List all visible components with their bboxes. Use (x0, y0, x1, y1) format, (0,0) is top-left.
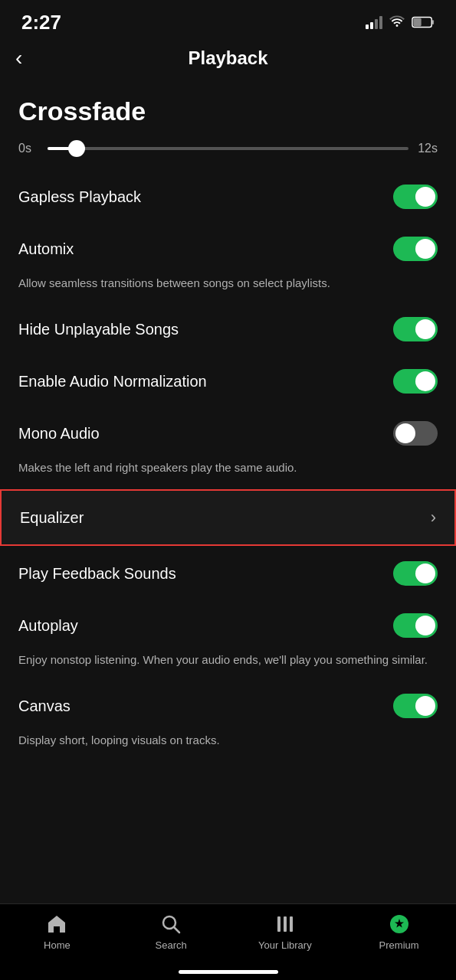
premium-icon (389, 913, 410, 935)
toggle-autoplay[interactable] (393, 613, 438, 638)
crossfade-slider-thumb[interactable] (68, 140, 85, 157)
crossfade-section-title: Crossfade (0, 89, 456, 142)
bottom-nav: Home Search Your Library (0, 903, 456, 980)
setting-label-mono-audio: Mono Audio (18, 425, 100, 443)
header: ‹ Playback (0, 40, 456, 81)
setting-row-canvas: Canvas (0, 680, 456, 732)
setting-row-play-feedback: Play Feedback Sounds (0, 547, 456, 599)
equalizer-label: Equalizer (20, 509, 84, 527)
wifi-icon (389, 14, 405, 31)
toggle-knob-automix (415, 239, 435, 259)
crossfade-min-label: 0s (18, 142, 38, 155)
toggle-canvas[interactable] (393, 694, 438, 718)
setting-label-canvas: Canvas (18, 697, 71, 715)
toggle-knob-hide-unplayable (415, 319, 435, 339)
content-area: Crossfade 0s 12s Gapless Playback Automi… (0, 81, 456, 900)
equalizer-row[interactable]: Equalizer › (0, 489, 456, 546)
automix-desc: Allow seamless transitions between songs… (0, 275, 456, 303)
back-button[interactable]: ‹ (15, 47, 22, 69)
toggle-play-feedback[interactable] (393, 561, 438, 586)
crossfade-slider-row[interactable]: 0s 12s (0, 142, 456, 171)
toggle-automix[interactable] (393, 237, 438, 261)
nav-label-home: Home (44, 939, 71, 951)
toggle-hide-unplayable[interactable] (393, 317, 438, 341)
setting-row-hide-unplayable: Hide Unplayable Songs (0, 303, 456, 355)
chevron-right-icon: › (431, 508, 436, 528)
toggle-knob-autoplay (415, 616, 435, 635)
svg-rect-6 (284, 916, 287, 932)
library-icon (274, 913, 296, 935)
setting-row-automix: Automix (0, 223, 456, 275)
setting-label-gapless: Gapless Playback (18, 188, 141, 206)
toggle-knob-play-feedback (415, 564, 435, 583)
setting-label-play-feedback: Play Feedback Sounds (18, 565, 176, 583)
setting-label-automix: Automix (18, 240, 74, 258)
nav-item-library[interactable]: Your Library (228, 913, 343, 951)
toggle-knob-mono-audio (395, 423, 415, 443)
battery-icon (412, 16, 435, 28)
nav-item-premium[interactable]: Premium (342, 913, 456, 951)
svg-line-4 (174, 927, 179, 933)
toggle-audio-norm[interactable] (393, 369, 438, 394)
toggle-knob-gapless (415, 187, 435, 207)
signal-icon (366, 15, 382, 29)
status-time: 2:27 (21, 11, 61, 34)
page-title: Playback (188, 47, 267, 69)
search-icon (160, 913, 182, 935)
nav-label-premium: Premium (379, 939, 419, 951)
setting-label-audio-norm: Enable Audio Normalization (18, 373, 207, 390)
svg-rect-7 (290, 916, 293, 932)
nav-item-search[interactable]: Search (114, 913, 228, 951)
setting-row-autoplay: Autoplay (0, 599, 456, 652)
nav-label-library: Your Library (258, 939, 312, 951)
status-bar: 2:27 (0, 0, 456, 40)
toggle-knob-canvas (415, 696, 435, 716)
setting-label-autoplay: Autoplay (18, 617, 78, 635)
nav-item-home[interactable]: Home (0, 913, 114, 951)
autoplay-desc: Enjoy nonstop listening. When your audio… (0, 652, 456, 680)
nav-label-search: Search (156, 939, 187, 951)
toggle-gapless[interactable] (393, 185, 438, 209)
crossfade-slider-track[interactable] (48, 147, 408, 150)
setting-row-audio-norm: Enable Audio Normalization (0, 355, 456, 407)
mono-audio-desc: Makes the left and right speakers play t… (0, 459, 456, 488)
setting-row-gapless: Gapless Playback (0, 171, 456, 223)
status-icons (366, 14, 435, 31)
svg-rect-2 (413, 18, 421, 26)
home-indicator (179, 970, 278, 974)
setting-row-mono-audio: Mono Audio (0, 407, 456, 459)
svg-rect-5 (277, 916, 280, 932)
toggle-mono-audio[interactable] (393, 421, 438, 446)
svg-rect-1 (432, 20, 434, 24)
home-icon (46, 913, 67, 935)
setting-label-hide-unplayable: Hide Unplayable Songs (18, 321, 179, 338)
canvas-desc: Display short, looping visuals on tracks… (0, 732, 456, 760)
toggle-knob-audio-norm (415, 371, 435, 391)
crossfade-max-label: 12s (418, 142, 438, 155)
